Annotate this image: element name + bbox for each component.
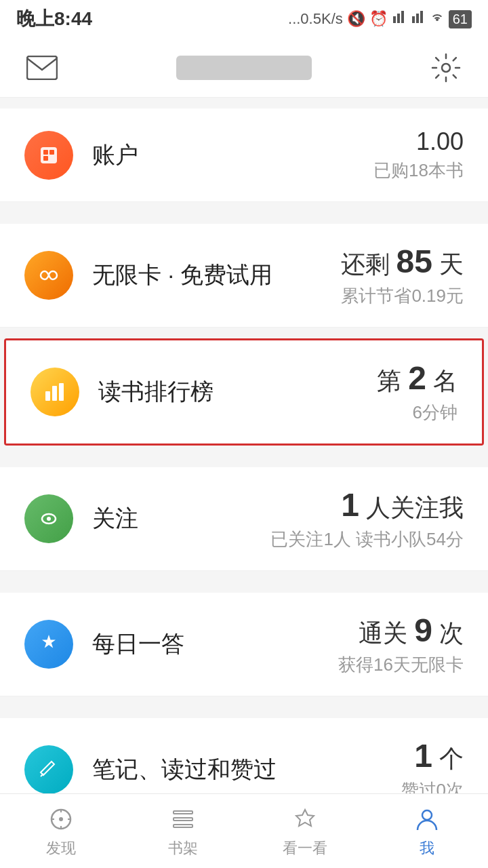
account-sub: 已购18本书 [373, 159, 464, 182]
daily-quiz-text: 每日一答 [92, 629, 338, 660]
shelf-label: 书架 [168, 838, 198, 859]
daily-quiz-icon [24, 620, 73, 669]
svg-rect-3 [412, 16, 415, 23]
notes-icon [24, 745, 73, 794]
nav-browse[interactable]: 看一看 [244, 804, 366, 859]
status-bar: 晚上8:44 ...0.5K/s 🔇 ⏰ 61 [0, 0, 488, 38]
svg-rect-1 [397, 14, 400, 23]
reading-rank-right: 第 2 名 6分钟 [377, 359, 458, 425]
account-text: 账户 [92, 140, 373, 171]
svg-rect-4 [416, 14, 419, 23]
follow-row[interactable]: 关注 1 人关注我 已关注1人 读书小队54分 [0, 467, 488, 571]
status-time: 晚上8:44 [16, 6, 92, 32]
notes-right: 1 个 赞过0次 [401, 737, 464, 802]
alarm-icon: ⏰ [369, 10, 388, 28]
svg-rect-6 [27, 56, 57, 79]
reading-rank-title: 读书排行榜 [98, 376, 377, 408]
svg-rect-11 [43, 156, 48, 161]
profile-name-blur [176, 56, 312, 80]
mute-icon: 🔇 [347, 10, 365, 28]
notes-text: 笔记、读过和赞过 [92, 754, 401, 785]
svg-rect-10 [49, 150, 54, 155]
profile-label: 我 [420, 838, 434, 859]
settings-icon[interactable] [428, 50, 464, 85]
daily-quiz-right: 通关 9 次 获得16天无限卡 [338, 612, 464, 677]
svg-point-21 [59, 817, 63, 821]
follow-text: 关注 [92, 503, 270, 534]
bottom-nav: 发现 书架 看一看 我 [0, 793, 488, 868]
signal-icon1 [392, 9, 407, 28]
svg-point-7 [442, 64, 450, 72]
browse-label: 看一看 [283, 838, 327, 859]
signal-icon2 [411, 9, 426, 28]
shelf-icon [168, 804, 198, 834]
svg-rect-27 [174, 811, 192, 814]
nav-profile[interactable]: 我 [366, 804, 488, 859]
network-speed: ...0.5K/s [288, 10, 343, 28]
svg-rect-5 [420, 11, 423, 23]
follow-right: 1 人关注我 已关注1人 读书小队54分 [270, 486, 464, 551]
reading-rank-row[interactable]: 读书排行榜 第 2 名 6分钟 [6, 340, 482, 443]
reading-rank-icon [30, 368, 79, 416]
svg-rect-8 [41, 147, 57, 163]
svg-rect-9 [43, 150, 48, 155]
follow-icon [24, 494, 73, 543]
account-icon [24, 131, 73, 180]
browse-icon [290, 804, 320, 834]
notes-value: 1 个 [401, 737, 464, 776]
unlimited-value: 还剩 85 天 [341, 243, 464, 281]
top-bar [0, 38, 488, 98]
status-icons: ...0.5K/s 🔇 ⏰ 61 [288, 9, 472, 28]
unlimited-text: 无限卡 · 免费试用 [92, 260, 341, 291]
unlimited-title: 无限卡 · 免费试用 [92, 260, 341, 291]
nav-discover[interactable]: 发现 [0, 804, 122, 859]
discover-icon [46, 804, 76, 834]
reading-rank-text: 读书排行榜 [98, 376, 377, 408]
svg-rect-2 [401, 11, 404, 23]
follow-sub: 已关注1人 读书小队54分 [270, 528, 464, 551]
daily-quiz-sub: 获得16天无限卡 [338, 653, 464, 677]
account-right: 1.00 已购18本书 [373, 127, 464, 182]
svg-rect-26 [174, 825, 192, 827]
svg-rect-12 [45, 391, 50, 401]
svg-rect-0 [393, 16, 396, 23]
unlimited-sub: 累计节省0.19元 [341, 284, 464, 308]
battery-icon: 61 [449, 10, 472, 28]
svg-point-16 [47, 517, 51, 521]
reading-rank-sub: 6分钟 [377, 401, 458, 425]
svg-marker-29 [296, 810, 314, 826]
mail-icon[interactable] [24, 50, 60, 85]
unlimited-icon [24, 251, 73, 300]
svg-rect-14 [59, 383, 64, 401]
menu-list: 账户 1.00 已购18本书 无限卡 · 免费试用 还剩 85 天 [0, 108, 488, 868]
discover-label: 发现 [46, 838, 76, 859]
follow-title: 关注 [92, 503, 270, 534]
daily-quiz-value: 通关 9 次 [338, 612, 464, 650]
profile-icon [412, 804, 442, 834]
unlimited-row[interactable]: 无限卡 · 免费试用 还剩 85 天 累计节省0.19元 [0, 224, 488, 328]
svg-point-30 [422, 810, 432, 820]
svg-rect-28 [174, 818, 192, 821]
follow-value: 1 人关注我 [270, 486, 464, 525]
wifi-icon [430, 9, 445, 28]
account-title: 账户 [92, 140, 373, 171]
svg-rect-13 [52, 386, 57, 401]
account-row[interactable]: 账户 1.00 已购18本书 [0, 108, 488, 202]
nav-shelf[interactable]: 书架 [122, 804, 244, 859]
unlimited-right: 还剩 85 天 累计节省0.19元 [341, 243, 464, 308]
daily-quiz-title: 每日一答 [92, 629, 338, 660]
notes-title: 笔记、读过和赞过 [92, 754, 401, 785]
account-value: 1.00 [373, 127, 464, 156]
reading-rank-value: 第 2 名 [377, 359, 458, 398]
daily-quiz-row[interactable]: 每日一答 通关 9 次 获得16天无限卡 [0, 593, 488, 696]
